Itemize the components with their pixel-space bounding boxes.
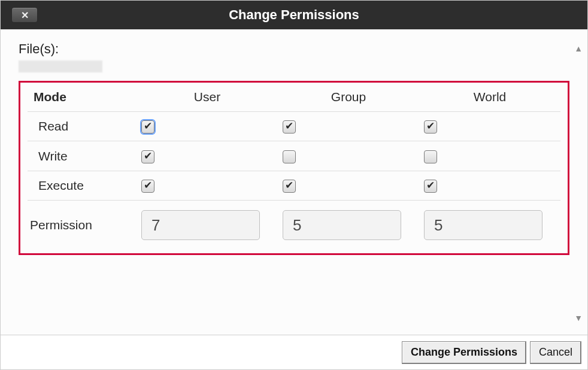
row-execute: Execute [28,171,560,200]
table-header-row: Mode User Group World [28,83,560,112]
cancel-button[interactable]: Cancel [530,341,581,364]
files-list-redacted [19,60,102,72]
scroll-down-icon[interactable]: ▼ [574,313,583,323]
row-read: Read [28,112,560,141]
col-world: World [419,83,560,112]
scroll-up-icon[interactable]: ▲ [574,44,583,53]
close-button[interactable]: ✕ [11,7,38,23]
files-label: File(s): [19,41,569,57]
dialog-footer: Change Permissions Cancel [1,335,587,369]
permissions-panel: Mode User Group World Read Write Execute [19,81,569,255]
permission-user-input[interactable]: 7 [141,210,260,240]
row-permission: Permission 7 5 5 [28,201,560,243]
checkbox-read-group[interactable] [283,120,296,134]
checkbox-write-user[interactable] [141,150,154,163]
col-group: Group [278,83,419,112]
row-execute-label: Execute [28,171,137,200]
col-mode: Mode [28,83,137,112]
checkbox-execute-group[interactable] [283,180,296,193]
row-read-label: Read [28,112,137,141]
permissions-table: Mode User Group World Read Write Execute [28,83,560,242]
permission-world-input[interactable]: 5 [424,210,542,240]
row-permission-label: Permission [28,201,137,243]
dialog-content: ▲ ▼ File(s): Mode User Group World Read … [1,29,587,327]
checkbox-read-user[interactable] [141,120,154,134]
row-write: Write [28,141,560,171]
col-user: User [137,83,278,112]
checkbox-write-group[interactable] [283,150,296,163]
dialog-titlebar: ✕ Change Permissions [1,1,587,29]
checkbox-execute-user[interactable] [141,180,154,193]
row-write-label: Write [28,141,137,171]
change-permissions-button[interactable]: Change Permissions [402,341,526,364]
close-icon: ✕ [21,10,29,21]
checkbox-read-world[interactable] [424,120,437,134]
checkbox-write-world[interactable] [424,150,437,163]
checkbox-execute-world[interactable] [424,180,437,193]
permission-group-input[interactable]: 5 [283,210,401,240]
dialog-title: Change Permissions [229,7,359,23]
